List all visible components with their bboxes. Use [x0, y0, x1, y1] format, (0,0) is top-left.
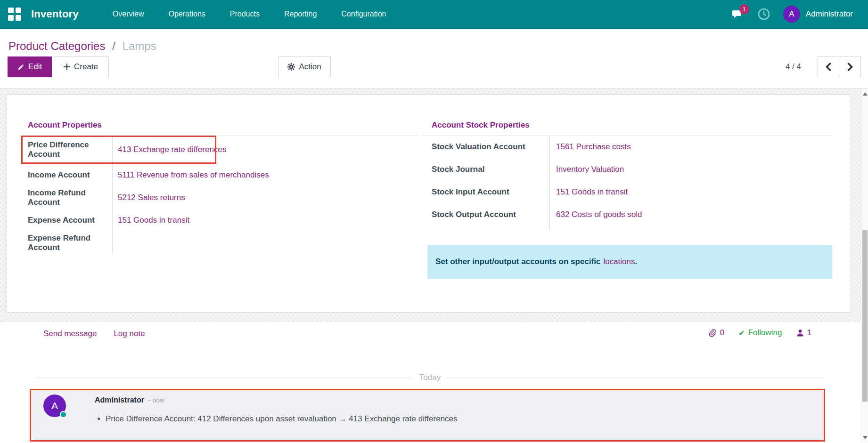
send-message-button[interactable]: Send message: [43, 329, 97, 338]
attachment-count: 0: [720, 328, 724, 338]
info-alert: Set other input/output accounts on speci…: [427, 245, 832, 279]
field-label: Income Refund Account: [19, 188, 112, 207]
field-row-price-difference-account: Price Difference Account 413 Exchange ra…: [19, 136, 418, 164]
locations-link[interactable]: locations: [603, 257, 635, 266]
alert-text: Set other input/output accounts on speci…: [435, 257, 600, 266]
field-value-link[interactable]: 5212 Sales returns: [118, 193, 185, 202]
action-button[interactable]: Action: [278, 56, 331, 77]
activities-clock-icon[interactable]: [757, 7, 771, 21]
user-avatar[interactable]: A: [783, 6, 800, 23]
field-label: Stock Journal: [423, 165, 549, 174]
log-note-button[interactable]: Log note: [114, 329, 145, 338]
attachments-button[interactable]: 0: [709, 328, 724, 338]
edit-button[interactable]: Edit: [8, 56, 52, 77]
field-label: Stock Output Account: [423, 210, 549, 219]
following-label: Following: [748, 328, 782, 338]
vertical-scrollbar[interactable]: [861, 89, 868, 443]
field-value-link[interactable]: 1561 Purchase costs: [556, 142, 631, 151]
field-label: Stock Valuation Account: [423, 142, 549, 152]
edit-button-label: Edit: [28, 62, 42, 72]
field-label: Expense Account: [19, 216, 112, 225]
tracking-message: A Administrator - now Price Difference A…: [30, 389, 825, 442]
field-label: Stock Input Account: [423, 187, 549, 197]
pencil-icon: [17, 64, 25, 71]
form-sheet: Account Properties Price Difference Acco…: [7, 94, 851, 313]
create-button[interactable]: Create: [53, 56, 109, 77]
field-value-link[interactable]: 413 Exchange rate differences: [118, 145, 226, 154]
field-label: Income Account: [19, 170, 112, 180]
field-row-stock-input-account: Stock Input Account 151 Goods in transit: [423, 181, 832, 203]
followers-button[interactable]: 1: [796, 328, 811, 338]
column-separator: [549, 136, 550, 231]
scroll-up-arrow[interactable]: [863, 92, 868, 96]
messages-badge: 1: [739, 4, 749, 14]
control-panel: Product Categories / Lamps Edit Create: [0, 29, 868, 89]
breadcrumb-separator: /: [112, 40, 115, 52]
field-label: Price Difference Account: [19, 140, 112, 159]
user-name[interactable]: Administrator: [806, 9, 853, 19]
chatter: Send message Log note 0 ✔ Following 1 To…: [0, 322, 868, 443]
field-value-link[interactable]: 151 Goods in transit: [556, 187, 628, 196]
message-timestamp: - now: [148, 396, 164, 404]
group-title: Account Properties: [19, 118, 418, 136]
gear-icon: [287, 63, 295, 71]
person-icon: [796, 329, 804, 337]
breadcrumb: Product Categories / Lamps: [8, 40, 156, 53]
top-navbar: Inventory Overview Operations Products R…: [0, 0, 868, 29]
following-button[interactable]: ✔ Following: [738, 328, 782, 338]
nav-item-configuration[interactable]: Configuration: [329, 10, 398, 18]
message-avatar[interactable]: A: [43, 395, 66, 417]
apps-menu-icon[interactable]: [7, 6, 23, 22]
field-row-expense-account: Expense Account 151 Goods in transit: [19, 209, 418, 232]
check-icon: ✔: [738, 329, 745, 338]
date-divider: Today: [35, 373, 825, 382]
paperclip-icon: [709, 329, 717, 338]
create-button-label: Create: [74, 62, 98, 72]
pager-counter: 4 / 4: [786, 56, 801, 77]
date-divider-label: Today: [413, 373, 447, 382]
app-title[interactable]: Inventory: [31, 8, 79, 20]
field-value-link[interactable]: 151 Goods in transit: [118, 216, 189, 225]
nav-item-reporting[interactable]: Reporting: [272, 10, 329, 18]
field-row-income-refund-account: Income Refund Account 5212 Sales returns: [19, 186, 418, 209]
account-properties-group: Account Properties Price Difference Acco…: [19, 118, 418, 254]
column-separator: [112, 136, 113, 254]
scrollbar-thumb[interactable]: [862, 230, 868, 402]
field-row-stock-journal: Stock Journal Inventory Valuation: [423, 158, 832, 181]
field-value-link[interactable]: 5111 Revenue from sales of merchandises: [118, 170, 269, 179]
field-row-income-account: Income Account 5111 Revenue from sales o…: [19, 164, 418, 186]
nav-item-products[interactable]: Products: [218, 10, 272, 18]
pager-next-button[interactable]: [839, 56, 861, 77]
breadcrumb-current: Lamps: [122, 40, 156, 52]
chevron-right-icon: [846, 63, 854, 71]
field-value-link[interactable]: 632 Costs of goods sold: [556, 210, 642, 219]
scroll-down-arrow[interactable]: [863, 436, 868, 439]
field-row-stock-output-account: Stock Output Account 632 Costs of goods …: [423, 203, 832, 226]
online-status-dot: [60, 411, 67, 418]
pager-previous-button[interactable]: [818, 56, 839, 77]
breadcrumb-parent-link[interactable]: Product Categories: [8, 40, 105, 52]
field-label: Expense Refund Account: [19, 234, 112, 252]
follower-count: 1: [807, 328, 811, 338]
nav-item-operations[interactable]: Operations: [156, 10, 218, 18]
plus-icon: [64, 64, 70, 70]
account-stock-properties-group: Account Stock Properties Stock Valuation…: [423, 118, 832, 279]
message-author[interactable]: Administrator: [95, 396, 144, 404]
field-row-stock-valuation-account: Stock Valuation Account 1561 Purchase co…: [423, 136, 832, 158]
field-row-expense-refund-account: Expense Refund Account: [19, 232, 418, 254]
chevron-left-icon: [825, 63, 832, 71]
group-title: Account Stock Properties: [423, 118, 832, 136]
tracking-change-text: Price Difference Account: 412 Difference…: [106, 412, 458, 426]
action-button-label: Action: [299, 62, 321, 72]
field-value-link[interactable]: Inventory Valuation: [556, 165, 624, 174]
nav-item-overview[interactable]: Overview: [100, 10, 156, 18]
messages-icon[interactable]: 1: [730, 7, 745, 21]
alert-suffix: .: [635, 257, 638, 266]
